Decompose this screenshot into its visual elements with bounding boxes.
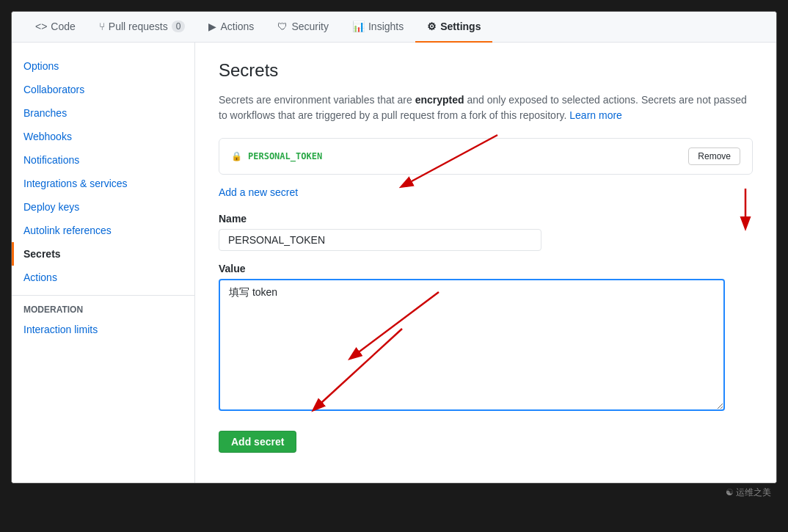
learn-more-link[interactable]: Learn more — [569, 109, 622, 121]
sidebar-item-autolink[interactable]: Autolink references — [12, 219, 194, 242]
tab-code[interactable]: <> Code — [23, 12, 87, 43]
sidebar-item-secrets[interactable]: Secrets — [12, 242, 194, 266]
tab-insights[interactable]: 📊 Insights — [340, 12, 415, 43]
watermark: ☯ 运维之美 — [11, 487, 777, 499]
description: Secrets are environment variables that a… — [219, 92, 753, 123]
sidebar-item-webhooks[interactable]: Webhooks — [12, 125, 194, 148]
remove-secret-button[interactable]: Remove — [688, 147, 740, 165]
name-input[interactable] — [219, 229, 541, 251]
lock-icon: 🔒 — [231, 151, 242, 161]
tab-settings[interactable]: ⚙ Settings — [415, 12, 492, 43]
settings-sidebar: Options Collaborators Branches Webhooks … — [12, 43, 195, 483]
tab-security[interactable]: 🛡 Security — [266, 12, 340, 43]
gear-icon: ⚙ — [427, 21, 437, 32]
sidebar-item-options[interactable]: Options — [12, 54, 194, 78]
tab-pull-requests[interactable]: ⑂ Pull requests 0 — [87, 12, 197, 43]
name-form-group: Name — [219, 213, 753, 251]
sidebar-item-interaction-limits[interactable]: Interaction limits — [12, 318, 194, 341]
main-content: Secrets Secrets are environment variable… — [195, 43, 776, 483]
secret-item: 🔒 PERSONAL_TOKEN Remove — [219, 138, 753, 175]
code-icon: <> — [35, 21, 47, 32]
page-title: Secrets — [219, 60, 753, 81]
top-nav: <> Code ⑂ Pull requests 0 ▶ Actions 🛡 Se… — [12, 12, 776, 43]
sidebar-item-branches[interactable]: Branches — [12, 101, 194, 125]
sidebar-item-collaborators[interactable]: Collaborators — [12, 78, 194, 101]
add-new-secret-link[interactable]: Add a new secret — [219, 186, 298, 198]
shield-icon: 🛡 — [277, 21, 288, 32]
add-secret-button[interactable]: Add secret — [219, 431, 296, 453]
value-label: Value — [219, 263, 753, 274]
add-secret-section: Add a new secret Name — [219, 186, 753, 453]
pr-badge: 0 — [172, 21, 186, 32]
sidebar-item-deploy-keys[interactable]: Deploy keys — [12, 195, 194, 219]
sidebar-item-actions[interactable]: Actions — [12, 266, 194, 289]
sidebar-item-notifications[interactable]: Notifications — [12, 148, 194, 172]
value-textarea[interactable]: 填写 token — [219, 279, 725, 411]
moderation-group-label: Moderation — [12, 295, 194, 318]
insights-icon: 📊 — [352, 21, 365, 32]
secret-name: 🔒 PERSONAL_TOKEN — [231, 151, 322, 161]
name-label: Name — [219, 213, 753, 225]
value-form-group: Value 填写 token — [219, 263, 753, 413]
actions-icon: ▶ — [208, 21, 216, 32]
pr-icon: ⑂ — [99, 21, 105, 32]
tab-actions[interactable]: ▶ Actions — [197, 12, 266, 43]
sidebar-item-integrations[interactable]: Integrations & services — [12, 172, 194, 195]
